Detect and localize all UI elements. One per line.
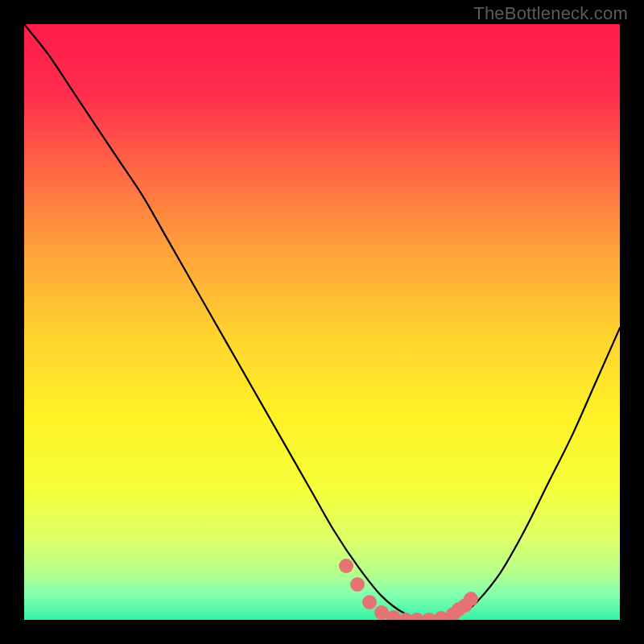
chart-container: TheBottleneck.com: [0, 0, 644, 644]
watermark-text: TheBottleneck.com: [473, 3, 628, 24]
highlight-dot: [339, 559, 353, 573]
highlight-dot: [362, 595, 377, 609]
highlight-dot: [350, 577, 365, 592]
highlight-dot: [464, 592, 478, 606]
plot-area: [24, 24, 620, 620]
highlight-dots: [24, 24, 620, 620]
